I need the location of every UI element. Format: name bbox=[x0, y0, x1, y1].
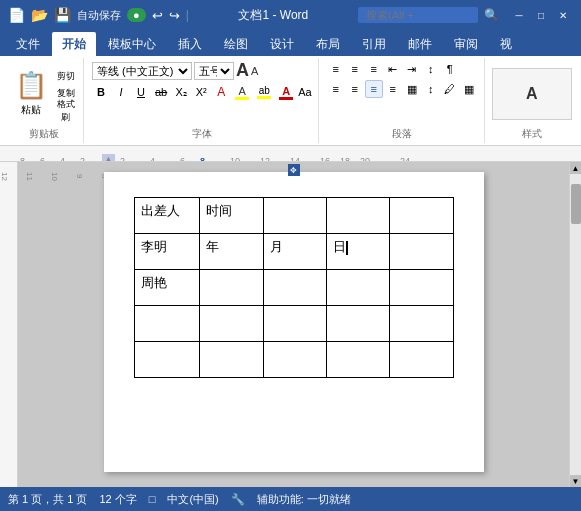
table-cell[interactable] bbox=[263, 342, 326, 378]
ribbon-tabs: 文件 开始 模板中心 插入 绘图 设计 布局 引用 邮件 审阅 视 bbox=[0, 30, 581, 56]
table-cell[interactable] bbox=[200, 342, 263, 378]
maximize-button[interactable]: □ bbox=[531, 5, 551, 25]
scroll-thumb[interactable] bbox=[571, 184, 581, 224]
table-cell[interactable] bbox=[134, 306, 200, 342]
save-icon: 💾 bbox=[54, 7, 71, 23]
scroll-up-button[interactable]: ▲ bbox=[570, 162, 582, 174]
sort-button[interactable]: ↕ bbox=[422, 60, 440, 78]
font-family-select[interactable]: 等线 (中文正文) bbox=[92, 62, 192, 80]
tab-file[interactable]: 文件 bbox=[6, 32, 50, 56]
autosave-toggle[interactable]: ● bbox=[127, 8, 146, 22]
font-color-button[interactable]: A bbox=[232, 83, 252, 101]
vertical-ruler: 1 2 3 4 5 6 7 8 9 10 11 12 bbox=[0, 162, 18, 487]
table-cell[interactable]: 李明 bbox=[134, 234, 200, 270]
table-cell[interactable]: 周艳 bbox=[134, 270, 200, 306]
strikethrough-button[interactable]: ab bbox=[152, 83, 170, 101]
table-cell[interactable] bbox=[326, 342, 389, 378]
tab-home[interactable]: 开始 bbox=[52, 32, 96, 56]
scroll-down-button[interactable]: ▼ bbox=[570, 475, 582, 487]
close-button[interactable]: ✕ bbox=[553, 5, 573, 25]
font-aa-button[interactable]: Aa bbox=[298, 86, 311, 98]
table-cell-cursor[interactable]: 日 bbox=[326, 234, 389, 270]
font-color-picker[interactable]: A bbox=[276, 83, 296, 101]
table-cell[interactable] bbox=[390, 270, 453, 306]
minimize-button[interactable]: ─ bbox=[509, 5, 529, 25]
table-cell[interactable] bbox=[263, 306, 326, 342]
main-area: 1 2 3 4 5 6 7 8 9 10 11 12 ✥ 出差人 bbox=[0, 162, 581, 487]
table-cell[interactable] bbox=[263, 198, 326, 234]
table-cell[interactable]: 月 bbox=[263, 234, 326, 270]
window-title: 文档1 - Word bbox=[195, 7, 352, 24]
styles-preview[interactable]: A bbox=[492, 68, 572, 120]
show-marks-button[interactable]: ¶ bbox=[441, 60, 459, 78]
move-handle[interactable]: ✥ bbox=[288, 164, 300, 176]
title-bar: 📄 📂 💾 自动保存 ● ↩ ↪ | 文档1 - Word 🔍 ─ □ ✕ bbox=[0, 0, 581, 30]
clear-format-button[interactable]: A bbox=[212, 83, 230, 101]
italic-button[interactable]: I bbox=[112, 83, 130, 101]
paste-button[interactable]: 📋 粘贴 bbox=[11, 68, 51, 120]
multilevel-list-button[interactable]: ≡ bbox=[365, 60, 383, 78]
page-info: 第 1 页，共 1 页 bbox=[8, 492, 87, 507]
table-row: 李明 年 月 日 bbox=[134, 234, 453, 270]
highlight-button[interactable]: ab bbox=[254, 83, 274, 101]
subscript-button[interactable]: X₂ bbox=[172, 83, 190, 101]
tab-view[interactable]: 视 bbox=[490, 32, 522, 56]
shading-button[interactable]: 🖊 bbox=[441, 80, 459, 98]
table-cell[interactable] bbox=[263, 270, 326, 306]
ribbon: 📋 粘贴 剪切 复制 格式刷 剪贴板 等线 (中文正文) 五号 A A bbox=[0, 56, 581, 146]
table-cell[interactable] bbox=[390, 342, 453, 378]
increase-indent-button[interactable]: ⇥ bbox=[403, 60, 421, 78]
column-layout-button[interactable]: ▦ bbox=[403, 80, 421, 98]
align-left-button[interactable]: ≡ bbox=[327, 80, 345, 98]
table-cell[interactable] bbox=[390, 306, 453, 342]
decrease-font-icon[interactable]: A bbox=[251, 65, 258, 77]
increase-font-icon[interactable]: A bbox=[236, 60, 249, 81]
tab-review[interactable]: 审阅 bbox=[444, 32, 488, 56]
format-painter-button[interactable]: 格式刷 bbox=[55, 103, 77, 119]
align-right-button[interactable]: ≡ bbox=[365, 80, 383, 98]
tab-mailings[interactable]: 邮件 bbox=[398, 32, 442, 56]
table-cell[interactable] bbox=[326, 270, 389, 306]
underline-button[interactable]: U bbox=[132, 83, 150, 101]
table-cell[interactable] bbox=[326, 198, 389, 234]
document-table: 出差人 时间 李明 年 月 日 bbox=[134, 197, 454, 378]
table-cell[interactable] bbox=[326, 306, 389, 342]
bold-button[interactable]: B bbox=[92, 83, 110, 101]
paragraph-label: 段落 bbox=[392, 127, 412, 141]
table-cell[interactable] bbox=[200, 306, 263, 342]
cut-button[interactable]: 剪切 bbox=[55, 69, 77, 85]
border-button[interactable]: ▦ bbox=[460, 80, 478, 98]
table-cell[interactable] bbox=[134, 342, 200, 378]
justify-button[interactable]: ≡ bbox=[384, 80, 402, 98]
tab-layout[interactable]: 布局 bbox=[306, 32, 350, 56]
paragraph-group: ≡ ≡ ≡ ⇤ ⇥ ↕ ¶ ≡ ≡ ≡ ≡ ▦ ↕ 🖊 ▦ 段落 bbox=[321, 58, 485, 143]
table-cell[interactable]: 年 bbox=[200, 234, 263, 270]
tab-insert[interactable]: 插入 bbox=[168, 32, 212, 56]
tab-template[interactable]: 模板中心 bbox=[98, 32, 166, 56]
undo-icon[interactable]: ↩ bbox=[152, 8, 163, 23]
table-cell[interactable] bbox=[390, 234, 453, 270]
assist-icon: 🔧 bbox=[231, 493, 245, 506]
line-spacing-button[interactable]: ↕ bbox=[422, 80, 440, 98]
scrollbar: ▲ ▼ bbox=[569, 162, 581, 487]
decrease-indent-button[interactable]: ⇤ bbox=[384, 60, 402, 78]
ordered-list-button[interactable]: ≡ bbox=[346, 60, 364, 78]
table-cell[interactable]: 出差人 bbox=[134, 198, 200, 234]
table-cell[interactable] bbox=[390, 198, 453, 234]
superscript-button[interactable]: X² bbox=[192, 83, 210, 101]
char-count: 12 个字 bbox=[99, 492, 136, 507]
tab-design[interactable]: 设计 bbox=[260, 32, 304, 56]
tab-references[interactable]: 引用 bbox=[352, 32, 396, 56]
redo-icon[interactable]: ↪ bbox=[169, 8, 180, 23]
font-size-select[interactable]: 五号 bbox=[194, 62, 234, 80]
document-page[interactable]: ✥ 出差人 时间 李明 年 月 bbox=[104, 172, 484, 472]
search-icon: 🔍 bbox=[484, 8, 499, 22]
table-row bbox=[134, 342, 453, 378]
table-cell[interactable] bbox=[200, 270, 263, 306]
styles-label: 样式 bbox=[522, 127, 542, 141]
align-center-button[interactable]: ≡ bbox=[346, 80, 364, 98]
table-cell[interactable]: 时间 bbox=[200, 198, 263, 234]
unordered-list-button[interactable]: ≡ bbox=[327, 60, 345, 78]
tab-draw[interactable]: 绘图 bbox=[214, 32, 258, 56]
search-input[interactable] bbox=[358, 7, 478, 23]
